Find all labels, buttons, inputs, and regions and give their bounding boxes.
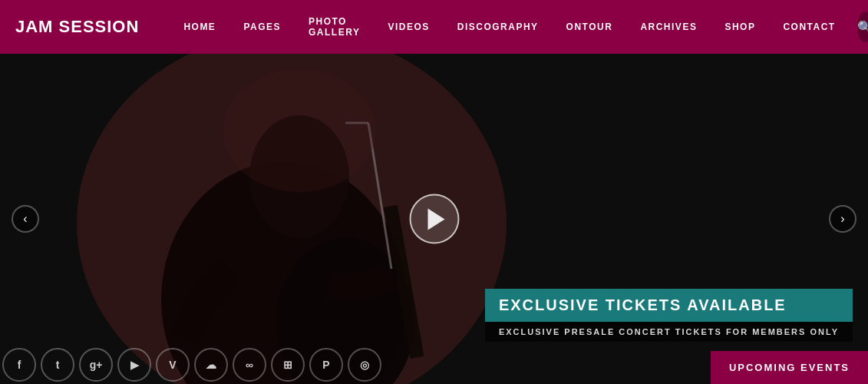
upcoming-events-button[interactable]: UPCOMING EVENTS bbox=[711, 351, 868, 384]
social-icon-pinterest[interactable]: P bbox=[309, 348, 343, 382]
social-bar: ftg+▶V☁∞⊞P◎ bbox=[0, 346, 384, 384]
nav-item-photo-gallery[interactable]: PHOTO GALLERY bbox=[295, 0, 374, 54]
social-icon-youtube[interactable]: ▶ bbox=[117, 348, 151, 382]
slide-next-button[interactable]: › bbox=[829, 205, 856, 233]
site-logo[interactable]: JAM SESSION bbox=[15, 17, 139, 37]
nav-item-contact[interactable]: CONTACT bbox=[769, 0, 849, 54]
nav-item-archives[interactable]: ARCHIVES bbox=[626, 0, 711, 54]
social-icon-lastfm[interactable]: ∞ bbox=[233, 348, 266, 382]
social-icon-instagram[interactable]: ◎ bbox=[348, 348, 381, 382]
play-icon bbox=[427, 208, 444, 230]
nav-item-shop[interactable]: SHOP bbox=[711, 0, 769, 54]
main-nav: HOMEPAGESPHOTO GALLERYVIDEOSDISCOGRAPHYO… bbox=[170, 0, 849, 54]
social-icon-soundcloud[interactable]: ☁ bbox=[194, 348, 228, 382]
svg-point-8 bbox=[223, 69, 376, 192]
ticket-banner[interactable]: EXCLUSIVE TICKETS AVAILABLE EXCLUSIVE PR… bbox=[485, 289, 853, 342]
social-icon-google-plus[interactable]: g+ bbox=[79, 348, 113, 382]
site-header: JAM SESSION HOMEPAGESPHOTO GALLERYVIDEOS… bbox=[0, 0, 868, 54]
nav-item-pages[interactable]: PAGES bbox=[229, 0, 295, 54]
social-icon-twitter[interactable]: t bbox=[41, 348, 74, 382]
nav-item-ontour[interactable]: ONTOUR bbox=[553, 0, 627, 54]
nav-item-discography[interactable]: DISCOGRAPHY bbox=[444, 0, 553, 54]
hero-section: ‹ › EXCLUSIVE TICKETS AVAILABLE EXCLUSIV… bbox=[0, 54, 868, 384]
social-icon-facebook[interactable]: f bbox=[2, 348, 36, 382]
slide-prev-button[interactable]: ‹ bbox=[12, 205, 39, 233]
social-icon-vimeo[interactable]: V bbox=[156, 348, 190, 382]
ticket-title: EXCLUSIVE TICKETS AVAILABLE bbox=[485, 289, 853, 322]
social-icon-share[interactable]: ⊞ bbox=[271, 348, 305, 382]
nav-item-videos[interactable]: VIDEOS bbox=[374, 0, 443, 54]
play-button[interactable] bbox=[409, 194, 459, 244]
nav-item-home[interactable]: HOME bbox=[170, 0, 229, 54]
arrow-right-icon: › bbox=[840, 212, 844, 226]
arrow-left-icon: ‹ bbox=[23, 212, 27, 226]
ticket-subtitle: EXCLUSIVE PRESALE CONCERT TICKETS FOR ME… bbox=[485, 322, 853, 342]
search-button[interactable]: 🔍 bbox=[857, 12, 868, 42]
